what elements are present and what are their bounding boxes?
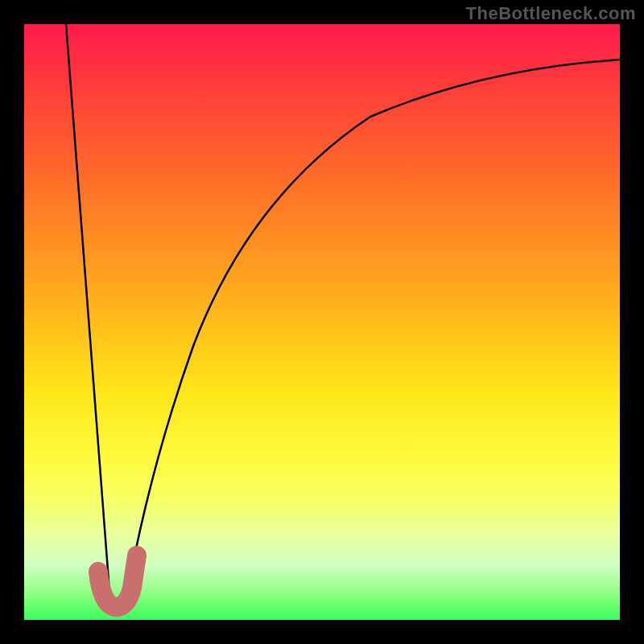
plot-area xyxy=(24,24,620,620)
curve-right-branch xyxy=(126,60,620,602)
chart-frame: TheBottleneck.com xyxy=(0,0,644,644)
curve-left-branch xyxy=(66,24,110,602)
optimum-marker xyxy=(98,555,137,607)
watermark-text: TheBottleneck.com xyxy=(466,3,636,24)
curve-layer xyxy=(24,24,620,620)
